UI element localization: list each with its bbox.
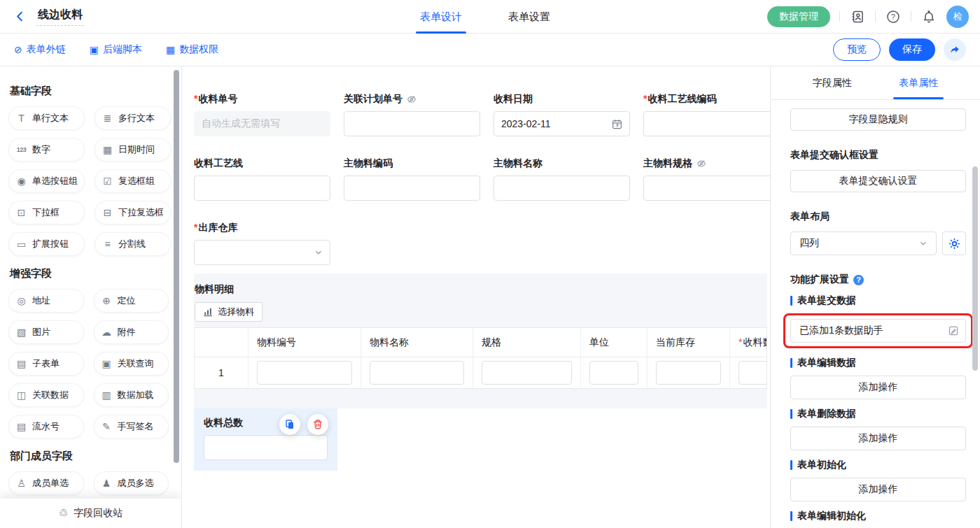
field-select[interactable]: ⊡ 下拉框 bbox=[8, 201, 85, 224]
field-signature[interactable]: ✎ 手写签名 bbox=[94, 415, 169, 438]
subform-material-detail[interactable]: 物料明细 选择物料 物料编号 物料名称 bbox=[194, 273, 767, 408]
edit-icon[interactable] bbox=[948, 325, 959, 336]
field-input[interactable]: 2023-02-11 bbox=[493, 111, 630, 136]
field-input[interactable] bbox=[344, 176, 480, 201]
tab-form-design[interactable]: 表单设计 bbox=[420, 0, 462, 34]
address-book-button[interactable] bbox=[849, 8, 866, 25]
field-input[interactable] bbox=[194, 176, 330, 201]
field-warehouse[interactable]: 出库仓库 bbox=[194, 222, 330, 265]
field-datetime[interactable]: ▦ 日期时间 bbox=[94, 138, 171, 162]
column-header: 当前库存 bbox=[648, 328, 730, 357]
field-attachment[interactable]: ☁ 附件 bbox=[94, 320, 169, 344]
save-button[interactable]: 保存 bbox=[889, 38, 935, 61]
subform-cell-input[interactable] bbox=[370, 361, 464, 385]
field-input[interactable]: 自动生成无需填写 bbox=[194, 111, 330, 136]
field-single-line-text[interactable]: T 单行文本 bbox=[8, 106, 85, 130]
field-main-material-name[interactable]: 主物料名称 bbox=[493, 157, 630, 201]
field-process-line-code[interactable]: 收料工艺线编码 bbox=[643, 93, 770, 136]
field-type-label: 子表单 bbox=[32, 357, 59, 370]
field-subform[interactable]: ▤ 子表单 bbox=[8, 352, 84, 376]
field-data-load[interactable]: ▥ 数据加载 bbox=[94, 383, 169, 407]
subform-cell-input[interactable] bbox=[656, 361, 721, 385]
eye-hidden-icon bbox=[407, 94, 416, 104]
field-number[interactable]: 123 数字 bbox=[8, 138, 85, 162]
preview-button[interactable]: 预览 bbox=[833, 38, 881, 61]
divider bbox=[839, 11, 840, 22]
divider bbox=[911, 11, 911, 22]
field-type-label: 扩展按钮 bbox=[32, 238, 69, 250]
field-process-line[interactable]: 收料工艺线 bbox=[194, 157, 330, 201]
extension-action-button[interactable]: 添加操作 bbox=[790, 478, 966, 501]
delete-field-button[interactable] bbox=[307, 414, 328, 435]
field-linked-data[interactable]: ◫ 关联数据 bbox=[8, 383, 84, 407]
tab-form-properties[interactable]: 表单属性 bbox=[876, 66, 962, 99]
subform-cell-input[interactable] bbox=[589, 361, 638, 385]
selected-field-total[interactable]: 收料总数 bbox=[194, 408, 337, 471]
field-member-multi[interactable]: ♟ 成员多选 bbox=[94, 471, 169, 495]
help-button[interactable]: ? bbox=[885, 8, 902, 25]
extension-action-button[interactable]: 添加操作 bbox=[790, 376, 966, 399]
field-multi-line-text[interactable]: ≣ 多行文本 bbox=[94, 106, 171, 130]
field-type-icon: ▭ bbox=[15, 238, 27, 250]
field-input[interactable] bbox=[493, 176, 630, 201]
notification-button[interactable] bbox=[920, 8, 937, 25]
field-extend-button[interactable]: ▭ 扩展按钮 bbox=[8, 232, 85, 256]
field-type-label: 图片 bbox=[32, 326, 50, 338]
copy-field-button[interactable] bbox=[279, 414, 300, 435]
recycle-bin-button[interactable]: ♲ 字段回收站 bbox=[0, 499, 181, 528]
select-material-button[interactable]: 选择物料 bbox=[195, 302, 262, 322]
subform-cell-input[interactable] bbox=[738, 361, 767, 385]
field-type-label: 分割线 bbox=[118, 238, 146, 250]
field-main-material-spec[interactable]: 主物料规格 bbox=[643, 157, 770, 201]
extensions-help-icon[interactable]: ? bbox=[853, 275, 864, 285]
column-header: 规格 bbox=[473, 328, 581, 357]
properties-scrollbar-thumb[interactable] bbox=[972, 166, 978, 371]
warehouse-select[interactable] bbox=[194, 240, 330, 265]
sidebar-scrollbar-thumb[interactable] bbox=[174, 70, 179, 463]
field-linked-plan-no[interactable]: 关联计划单号 bbox=[344, 93, 480, 136]
extension-action-button[interactable]: 已添加1条数据助手 bbox=[790, 319, 966, 343]
ext-form-edit-data: 表单编辑数据 添加操作 bbox=[790, 357, 966, 399]
annotation-highlight: 添加操作 bbox=[790, 376, 966, 399]
backend-script-link[interactable]: ▣ 后端脚本 bbox=[90, 43, 142, 56]
subform-table: 物料编号 物料名称 规格 单位 bbox=[194, 327, 767, 389]
form-external-link[interactable]: ⊘ 表单外链 bbox=[14, 43, 66, 56]
tab-field-properties[interactable]: 字段属性 bbox=[789, 66, 876, 99]
field-input[interactable] bbox=[643, 111, 770, 136]
field-main-material-code[interactable]: 主物料编码 bbox=[344, 157, 480, 201]
field-member-single[interactable]: ♙ 成员单选 bbox=[8, 471, 84, 495]
field-radio-group[interactable]: ◉ 单选按钮组 bbox=[8, 169, 85, 193]
field-checkbox-group[interactable]: ☑ 复选框组 bbox=[94, 169, 171, 193]
layout-select[interactable]: 四列 bbox=[790, 231, 937, 255]
field-receipt-no[interactable]: 收料单号 自动生成无需填写 bbox=[194, 93, 330, 136]
field-type-label: 数字 bbox=[32, 143, 50, 156]
top-header: 线边收料 表单设计 表单设置 数据管理 ? 检 bbox=[0, 0, 980, 34]
back-button[interactable] bbox=[11, 8, 28, 25]
avatar[interactable]: 检 bbox=[946, 6, 969, 28]
field-location[interactable]: ⊕ 定位 bbox=[94, 289, 169, 313]
subform-cell-input[interactable] bbox=[482, 361, 572, 385]
layout-settings-button[interactable] bbox=[942, 231, 966, 255]
data-manage-button[interactable]: 数据管理 bbox=[767, 6, 830, 27]
subform-header-row: 物料编号 物料名称 规格 单位 bbox=[195, 328, 767, 357]
field-divider[interactable]: ≡ 分割线 bbox=[94, 232, 171, 256]
field-multi-select[interactable]: ⊟ 下拉复选框 bbox=[94, 201, 171, 224]
gear-icon bbox=[948, 238, 960, 250]
field-input[interactable] bbox=[643, 176, 770, 201]
field-receipt-date[interactable]: 收料日期 2023-02-11 bbox=[493, 93, 630, 136]
column-header: 收料数 bbox=[730, 328, 767, 357]
tab-form-settings[interactable]: 表单设置 bbox=[508, 0, 550, 34]
field-input[interactable] bbox=[344, 111, 480, 136]
field-image[interactable]: ▧ 图片 bbox=[8, 320, 84, 344]
page-title[interactable]: 线边收料 bbox=[36, 8, 84, 26]
submit-confirm-button[interactable]: 表单提交确认设置 bbox=[790, 170, 966, 192]
data-permission-link[interactable]: ▦ 数据权限 bbox=[166, 43, 218, 56]
field-address[interactable]: ◎ 地址 bbox=[8, 289, 84, 313]
field-linked-query[interactable]: ▣ 关联查询 bbox=[94, 352, 169, 376]
field-display-rules-button[interactable]: 字段显隐规则 bbox=[790, 108, 966, 131]
extension-action-button[interactable]: 添加操作 bbox=[790, 427, 966, 450]
field-input[interactable] bbox=[204, 435, 328, 460]
share-button[interactable] bbox=[944, 38, 966, 61]
subform-cell-input[interactable] bbox=[257, 361, 352, 385]
field-serial-number[interactable]: ▤ 流水号 bbox=[8, 415, 84, 438]
